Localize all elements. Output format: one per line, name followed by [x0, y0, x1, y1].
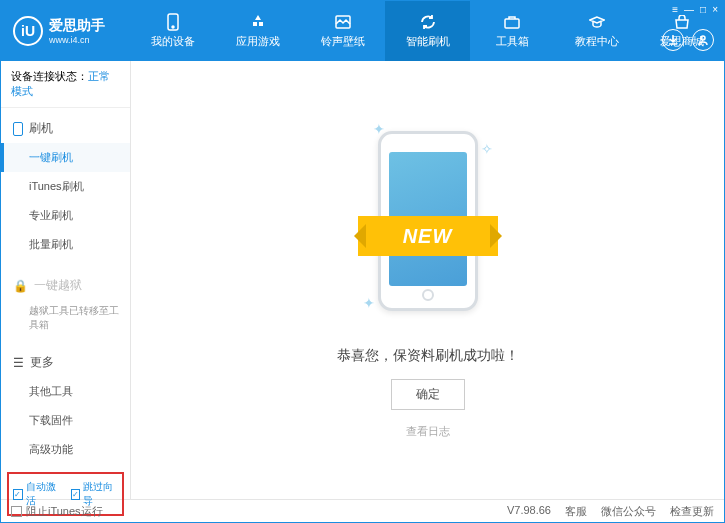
window-controls: ≡ — □ ×	[672, 4, 718, 15]
phone-icon	[13, 122, 23, 136]
tab-tutorial[interactable]: 教程中心	[555, 1, 640, 61]
tutorial-icon	[588, 13, 606, 31]
refresh-icon	[419, 13, 437, 31]
logo-icon: iU	[13, 16, 43, 46]
apps-icon	[249, 13, 267, 31]
svg-point-4	[701, 36, 705, 40]
new-ribbon: NEW	[358, 216, 498, 256]
tab-my-device[interactable]: 我的设备	[131, 1, 216, 61]
block-itunes-label: 阻止iTunes运行	[26, 504, 103, 519]
sidebar: 设备连接状态：正常模式 刷机 一键刷机 iTunes刷机 专业刷机 批量刷机 🔒…	[1, 61, 131, 499]
sidebar-item-other-tools[interactable]: 其他工具	[1, 377, 130, 406]
app-header: iU 爱思助手 www.i4.cn 我的设备 应用游戏 铃声壁纸 智能刷机 工具…	[1, 1, 724, 61]
nav-tabs: 我的设备 应用游戏 铃声壁纸 智能刷机 工具箱 教程中心 爱思商城	[131, 1, 724, 61]
success-message: 恭喜您，保资料刷机成功啦！	[337, 347, 519, 365]
svg-rect-3	[505, 19, 519, 28]
phone-icon	[164, 13, 182, 31]
sidebar-item-advanced[interactable]: 高级功能	[1, 435, 130, 464]
jailbreak-note: 越狱工具已转移至工具箱	[1, 300, 130, 336]
sidebar-item-oneclick-flash[interactable]: 一键刷机	[1, 143, 130, 172]
brand-url: www.i4.cn	[49, 35, 105, 45]
view-log-link[interactable]: 查看日志	[406, 424, 450, 439]
checkbox-block-itunes[interactable]	[11, 506, 22, 517]
section-jailbreak: 🔒一键越狱	[1, 271, 130, 300]
list-icon: ☰	[13, 356, 24, 370]
tab-apps[interactable]: 应用游戏	[216, 1, 301, 61]
version-label: V7.98.66	[507, 504, 551, 519]
toolbox-icon	[503, 13, 521, 31]
close-button[interactable]: ×	[712, 4, 718, 15]
ok-button[interactable]: 确定	[391, 379, 465, 410]
minimize-button[interactable]: —	[684, 4, 694, 15]
phone-illustration: ✦ ✧ ✦ NEW	[363, 121, 493, 321]
lock-icon: 🔒	[13, 279, 28, 293]
tab-flash[interactable]: 智能刷机	[385, 1, 470, 61]
main-content: ✦ ✧ ✦ NEW 恭喜您，保资料刷机成功啦！ 确定 查看日志	[131, 61, 724, 499]
check-update-link[interactable]: 检查更新	[670, 504, 714, 519]
sidebar-item-itunes-flash[interactable]: iTunes刷机	[1, 172, 130, 201]
wallpaper-icon	[334, 13, 352, 31]
tab-ringtone[interactable]: 铃声壁纸	[300, 1, 385, 61]
svg-point-1	[172, 26, 174, 28]
wechat-link[interactable]: 微信公众号	[601, 504, 656, 519]
section-more[interactable]: ☰更多	[1, 348, 130, 377]
download-icon[interactable]	[662, 29, 684, 51]
section-flash[interactable]: 刷机	[1, 114, 130, 143]
brand-title: 爱思助手	[49, 17, 105, 35]
sidebar-item-pro-flash[interactable]: 专业刷机	[1, 201, 130, 230]
logo-area: iU 爱思助手 www.i4.cn	[1, 1, 131, 61]
menu-icon[interactable]: ≡	[672, 4, 678, 15]
sidebar-item-download-firmware[interactable]: 下载固件	[1, 406, 130, 435]
connection-status: 设备连接状态：正常模式	[1, 61, 130, 108]
service-link[interactable]: 客服	[565, 504, 587, 519]
tab-toolbox[interactable]: 工具箱	[470, 1, 555, 61]
user-icon[interactable]	[692, 29, 714, 51]
maximize-button[interactable]: □	[700, 4, 706, 15]
sidebar-item-batch-flash[interactable]: 批量刷机	[1, 230, 130, 259]
